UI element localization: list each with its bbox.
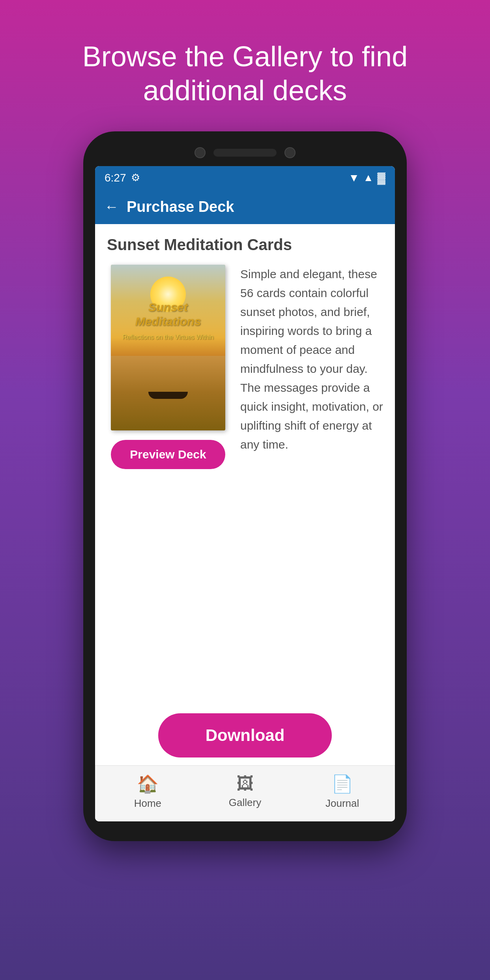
home-icon: 🏠 bbox=[137, 774, 159, 794]
nav-item-journal[interactable]: 📄 Journal bbox=[294, 774, 391, 810]
deck-image-container: Sunset Meditations Reflections on the Vi… bbox=[107, 265, 229, 469]
book-cover: Sunset Meditations Reflections on the Vi… bbox=[111, 265, 225, 430]
speaker bbox=[213, 149, 277, 157]
camera bbox=[195, 147, 206, 158]
wifi-icon: ▼ bbox=[348, 172, 359, 184]
phone-frame: 6:27 ⚙ ▼ ▲ ▓ ← Purchase Deck Sunset Medi… bbox=[83, 131, 407, 841]
gallery-icon: 🖼 bbox=[236, 774, 254, 793]
download-button[interactable]: Download bbox=[158, 713, 332, 757]
nav-item-home[interactable]: 🏠 Home bbox=[99, 774, 196, 810]
book-subtitle: Reflections on the Virtues Within bbox=[115, 333, 222, 342]
deck-info-row: Sunset Meditations Reflections on the Vi… bbox=[107, 265, 383, 469]
battery-icon: ▓ bbox=[378, 172, 385, 184]
deck-title: Sunset Meditation Cards bbox=[107, 236, 383, 254]
book-main-title: Sunset Meditations bbox=[135, 300, 201, 329]
nav-title: Purchase Deck bbox=[127, 198, 234, 215]
status-time: 6:27 bbox=[105, 172, 126, 184]
book-text-overlay: Sunset Meditations Reflections on the Vi… bbox=[111, 265, 225, 430]
status-bar: 6:27 ⚙ ▼ ▲ ▓ bbox=[95, 166, 395, 190]
content-area: Sunset Meditation Cards Sunset bbox=[95, 224, 395, 698]
phone-screen: 6:27 ⚙ ▼ ▲ ▓ ← Purchase Deck Sunset Medi… bbox=[95, 166, 395, 821]
status-left: 6:27 ⚙ bbox=[105, 172, 140, 184]
status-right: ▼ ▲ ▓ bbox=[348, 172, 385, 184]
download-area: Download bbox=[95, 698, 395, 765]
gallery-label: Gallery bbox=[229, 797, 261, 809]
preview-deck-button[interactable]: Preview Deck bbox=[111, 440, 225, 469]
bottom-nav: 🏠 Home 🖼 Gallery 📄 Journal bbox=[95, 765, 395, 821]
back-arrow[interactable]: ← bbox=[105, 198, 119, 215]
camera-right bbox=[284, 147, 295, 158]
gear-icon: ⚙ bbox=[131, 172, 140, 184]
signal-icon: ▲ bbox=[363, 172, 374, 184]
top-nav-bar: ← Purchase Deck bbox=[95, 190, 395, 224]
hero-text: Browse the Gallery to find additional de… bbox=[0, 0, 490, 131]
nav-item-gallery[interactable]: 🖼 Gallery bbox=[196, 774, 294, 810]
journal-icon: 📄 bbox=[331, 774, 353, 794]
home-label: Home bbox=[134, 797, 161, 810]
phone-top-bar bbox=[95, 147, 395, 158]
journal-label: Journal bbox=[325, 797, 359, 810]
deck-description: Simple and elegant, these 56 cards conta… bbox=[240, 265, 383, 454]
